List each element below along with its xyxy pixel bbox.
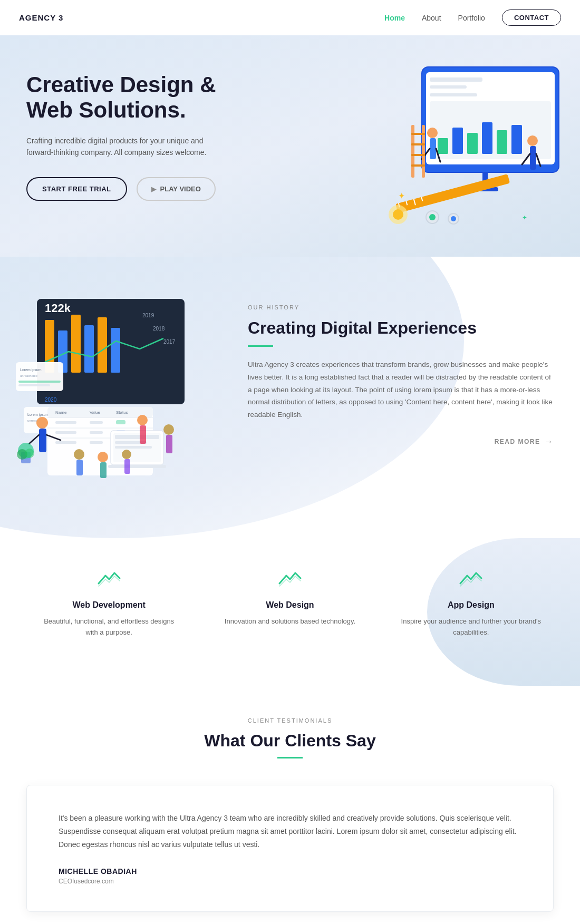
svg-text:122k: 122k bbox=[45, 301, 71, 315]
svg-point-36 bbox=[429, 214, 436, 220]
svg-rect-4 bbox=[430, 93, 477, 96]
history-divider bbox=[248, 345, 273, 347]
svg-text:Value: Value bbox=[90, 410, 100, 415]
svg-point-94 bbox=[98, 452, 108, 462]
nav-portfolio[interactable]: Portfolio bbox=[458, 14, 485, 22]
testimonials-label: CLIENT TESTIMONIALS bbox=[26, 717, 554, 724]
svg-rect-89 bbox=[166, 435, 172, 453]
svg-rect-7 bbox=[452, 128, 463, 154]
svg-rect-80 bbox=[115, 435, 159, 439]
services-grid: Web Development Beautiful, functional, a… bbox=[26, 554, 554, 654]
history-section: 122k 2019 2018 2017 Lorem ipsum unreacha… bbox=[0, 257, 580, 538]
play-icon: ▶ bbox=[151, 186, 156, 193]
testimonial-card: It's been a pleasure working with the Ul… bbox=[26, 785, 554, 912]
service-web-design: Web Design Innovation and solutions base… bbox=[207, 554, 372, 654]
history-illustration: 122k 2019 2018 2017 Lorem ipsum unreacha… bbox=[16, 288, 216, 485]
svg-rect-10 bbox=[497, 130, 507, 154]
nav-links: Home About Portfolio CONTACT bbox=[384, 9, 561, 26]
testimonial-role: CEOfusedcore.com bbox=[59, 878, 521, 885]
service-desc-0: Beautiful, functional, and effortless de… bbox=[37, 616, 181, 638]
web-dev-icon bbox=[93, 565, 125, 591]
hero-illustration: ✦ ✦ bbox=[348, 51, 569, 241]
svg-rect-56 bbox=[18, 384, 50, 386]
contact-button[interactable]: CONTACT bbox=[502, 9, 561, 26]
hero-title: Creative Design & Web Solutions. bbox=[26, 72, 248, 123]
svg-rect-75 bbox=[55, 441, 76, 444]
svg-text:2017: 2017 bbox=[163, 339, 176, 345]
svg-text:unreachable: unreachable bbox=[20, 374, 38, 377]
svg-point-34 bbox=[393, 209, 403, 220]
service-name-2: App Design bbox=[399, 600, 543, 610]
svg-rect-46 bbox=[84, 325, 94, 373]
svg-rect-67 bbox=[55, 421, 76, 424]
nav-about[interactable]: About bbox=[422, 14, 441, 22]
svg-point-92 bbox=[74, 449, 84, 460]
svg-point-14 bbox=[427, 128, 438, 138]
testimonials-divider bbox=[277, 757, 303, 758]
svg-rect-28 bbox=[395, 174, 510, 213]
history-label: OUR HISTORY bbox=[248, 304, 554, 310]
service-desc-2: Inspire your audience and further your b… bbox=[399, 616, 543, 638]
history-inner: 122k 2019 2018 2017 Lorem ipsum unreacha… bbox=[0, 257, 580, 507]
svg-rect-82 bbox=[115, 446, 152, 449]
history-title: Creating Digital Experiences bbox=[248, 318, 554, 338]
svg-rect-20 bbox=[411, 133, 425, 135]
web-design-icon bbox=[274, 565, 306, 591]
svg-text:Name: Name bbox=[55, 410, 67, 415]
app-design-icon bbox=[455, 565, 487, 591]
svg-point-24 bbox=[527, 135, 538, 146]
hero-buttons: START FREE TRIAL ▶ PLAY VIDEO bbox=[26, 177, 248, 201]
svg-rect-69 bbox=[116, 420, 125, 424]
svg-rect-97 bbox=[124, 459, 130, 474]
svg-rect-72 bbox=[90, 431, 103, 434]
svg-rect-91 bbox=[140, 425, 146, 444]
svg-text:Status: Status bbox=[116, 410, 128, 415]
history-body: Ultra Agency 3 creates experiences that … bbox=[248, 358, 554, 421]
testimonial-author: MICHELLE OBADIAH bbox=[59, 867, 521, 876]
svg-text:2020: 2020 bbox=[45, 397, 57, 403]
svg-point-101 bbox=[25, 449, 34, 458]
svg-rect-95 bbox=[100, 462, 107, 478]
svg-text:✦: ✦ bbox=[522, 214, 527, 221]
svg-point-90 bbox=[137, 415, 148, 425]
svg-text:Lorem ipsum: Lorem ipsum bbox=[27, 413, 49, 417]
svg-rect-85 bbox=[39, 429, 46, 452]
start-trial-button[interactable]: START FREE TRIAL bbox=[26, 177, 127, 201]
nav-home[interactable]: Home bbox=[384, 14, 405, 22]
service-desc-1: Innovation and solutions based technolog… bbox=[218, 616, 362, 627]
svg-rect-76 bbox=[90, 441, 103, 444]
testimonials-section: CLIENT TESTIMONIALS What Our Clients Say… bbox=[0, 686, 580, 924]
svg-rect-2 bbox=[430, 77, 482, 82]
hero-subtitle: Crafting incredible digital products for… bbox=[26, 135, 221, 159]
svg-point-88 bbox=[163, 424, 174, 435]
svg-rect-21 bbox=[411, 143, 425, 145]
svg-point-96 bbox=[122, 450, 131, 459]
svg-rect-47 bbox=[98, 317, 107, 373]
play-video-button[interactable]: ▶ PLAY VIDEO bbox=[137, 177, 216, 201]
testimonial-text: It's been a pleasure working with the Ul… bbox=[59, 812, 521, 852]
svg-rect-8 bbox=[467, 133, 478, 154]
svg-rect-6 bbox=[438, 138, 448, 154]
testimonials-title: What Our Clients Say bbox=[26, 731, 554, 751]
svg-rect-55 bbox=[18, 381, 61, 383]
svg-text:✦: ✦ bbox=[398, 191, 405, 200]
service-app-design: App Design Inspire your audience and fur… bbox=[389, 554, 554, 654]
svg-rect-23 bbox=[411, 164, 425, 167]
arrow-icon: → bbox=[545, 437, 554, 446]
svg-rect-83 bbox=[108, 465, 166, 468]
svg-rect-9 bbox=[482, 122, 492, 154]
hero-section: Creative Design & Web Solutions. Craftin… bbox=[0, 35, 580, 257]
read-more-link[interactable]: READ MORE → bbox=[495, 437, 554, 446]
site-logo: AGENCY 3 bbox=[19, 13, 63, 22]
services-section: Web Development Beautiful, functional, a… bbox=[0, 538, 580, 686]
navigation: AGENCY 3 Home About Portfolio CONTACT bbox=[0, 0, 580, 35]
svg-rect-11 bbox=[511, 125, 522, 154]
history-text: OUR HISTORY Creating Digital Experiences… bbox=[248, 288, 554, 446]
svg-rect-68 bbox=[90, 421, 103, 424]
svg-rect-15 bbox=[430, 138, 436, 159]
svg-text:Lorem ipsum: Lorem ipsum bbox=[20, 368, 42, 372]
service-name-1: Web Design bbox=[218, 600, 362, 610]
svg-text:2019: 2019 bbox=[142, 313, 154, 318]
svg-line-86 bbox=[29, 435, 39, 444]
svg-rect-25 bbox=[530, 146, 536, 170]
